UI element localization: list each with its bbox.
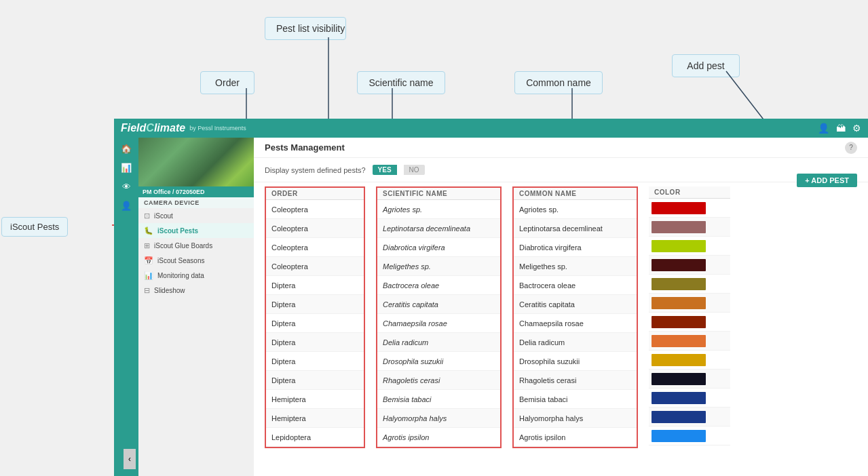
scientific-column: SCIENTIFIC NAME Agriotes sp.Leptinotarsa… — [376, 186, 502, 448]
common-cell: Leptinotarsa decemlineat — [514, 219, 637, 238]
help-icon[interactable]: ? — [845, 142, 857, 154]
color-swatch — [652, 392, 706, 404]
scroll-left-btn[interactable]: ‹ — [124, 449, 136, 469]
settings-icon[interactable]: ⚙ — [852, 123, 861, 134]
order-cell: Coleoptera — [266, 200, 364, 219]
order-cell: Hemiptera — [266, 390, 364, 409]
common-cell: Agriotes sp. — [514, 200, 637, 219]
order-cell: Diptera — [266, 276, 364, 295]
order-header: ORDER — [266, 188, 364, 200]
sidebar-eye-icon[interactable]: 👁 — [117, 178, 136, 195]
color-cell — [649, 427, 730, 445]
nav-iscout[interactable]: ⊡ iScout — [138, 208, 254, 223]
order-cell: Diptera — [266, 352, 364, 371]
scientific-cell: Rhagoletis cerasi — [377, 371, 500, 390]
order-cell: Hemiptera — [266, 409, 364, 428]
common-name-tooltip: Common name — [514, 71, 603, 94]
iscout-pests-label: iScout Pests — [1, 217, 68, 237]
iscout-pests-nav-icon: 🐛 — [144, 226, 153, 235]
nav-menu: ⊡ iScout 🐛 iScout Pests ⊞ iScout Glue Bo… — [138, 208, 254, 298]
common-column: COMMON NAME Agriotes sp.Leptinotarsa dec… — [512, 186, 638, 448]
color-swatch — [652, 335, 706, 347]
add-pest-button[interactable]: + ADD PEST — [797, 174, 857, 187]
common-cell: Meligethes sp. — [514, 257, 637, 276]
nav-iscout-seasons[interactable]: 📅 iScout Seasons — [138, 253, 254, 268]
order-cell: Diptera — [266, 333, 364, 352]
common-cell: Rhagoletis cerasi — [514, 371, 637, 390]
color-swatch — [652, 354, 706, 366]
color-swatch — [652, 202, 706, 214]
pm-office-label: PM Office / 072050ED — [138, 186, 254, 197]
color-swatch — [652, 259, 706, 271]
color-swatch — [652, 373, 706, 385]
sidebar-home-icon[interactable]: 🏠 — [117, 140, 136, 157]
color-column: COLOR — [649, 186, 730, 445]
order-column: ORDER ColeopteraColeopteraColeopteraCole… — [265, 186, 365, 448]
scientific-header: SCIENTIFIC NAME — [377, 188, 500, 200]
color-cell — [649, 237, 730, 256]
common-cell: Drosophila suzukii — [514, 352, 637, 371]
iscout-icon: ⊡ — [144, 212, 150, 220]
content-header: Pests Management ? — [254, 138, 868, 158]
app-logo-area: 20211111 b9279ca8 / Tomato FieldClimate … — [121, 122, 246, 134]
nav-monitoring[interactable]: 📊 Monitoring data — [138, 268, 254, 283]
scientific-cell: Chamaepsila rosae — [377, 314, 500, 333]
color-swatch — [652, 316, 706, 328]
toggle-no-btn[interactable]: NO — [404, 165, 425, 175]
scientific-cell: Meligethes sp. — [377, 257, 500, 276]
sidebar-person-icon[interactable]: 👤 — [117, 197, 136, 214]
display-label: Display system defined pests? — [265, 166, 366, 174]
app-header: 20211111 b9279ca8 / Tomato FieldClimate … — [114, 119, 868, 138]
seasons-icon: 📅 — [144, 256, 153, 265]
order-cell: Coleoptera — [266, 238, 364, 257]
user-icon[interactable]: 👤 — [818, 123, 829, 134]
color-cell — [649, 294, 730, 313]
sidebar: 🏠 📊 👁 👤 — [114, 138, 138, 476]
color-swatch — [652, 297, 706, 309]
scientific-cell: Ceratitis capitata — [377, 295, 500, 314]
scientific-cell: Agrotis ipsilon — [377, 428, 500, 447]
sidebar-chart-icon[interactable]: 📊 — [117, 159, 136, 176]
order-cell: Lepidoptera — [266, 428, 364, 447]
scientific-cell: Halyomorpha halys — [377, 409, 500, 428]
order-cell: Diptera — [266, 371, 364, 390]
field-image — [138, 138, 254, 192]
scientific-cell: Drosophila suzukii — [377, 352, 500, 371]
common-cell: Delia radicum — [514, 333, 637, 352]
nav-iscout-glue[interactable]: ⊞ iScout Glue Boards — [138, 238, 254, 253]
header-icons: 👤 🏔 ⚙ — [818, 123, 861, 134]
scientific-cell: Delia radicum — [377, 333, 500, 352]
nav-slideshow[interactable]: ⊟ Slideshow — [138, 283, 254, 298]
common-cell: Bemisia tabaci — [514, 390, 637, 409]
order-cell: Coleoptera — [266, 219, 364, 238]
common-cell: Halyomorpha halys — [514, 409, 637, 428]
common-cell: Diabrotica virgifera — [514, 238, 637, 257]
scientific-cell: Diabrotica virgifera — [377, 238, 500, 257]
pest-list-visibility-tooltip: Pest list visibility — [265, 17, 346, 40]
scientific-cell: Agriotes sp. — [377, 200, 500, 219]
common-cell: Bactrocera oleae — [514, 276, 637, 295]
glue-boards-icon: ⊞ — [144, 241, 150, 250]
slideshow-icon: ⊟ — [144, 286, 150, 295]
common-cell: Agrotis ipsilon — [514, 428, 637, 447]
color-cell — [649, 218, 730, 237]
scientific-cell: Bactrocera oleae — [377, 276, 500, 295]
color-header: COLOR — [649, 186, 730, 199]
app-subtitle: by Pessl Instruments — [189, 125, 246, 132]
color-swatch — [652, 240, 706, 252]
toggle-yes-btn[interactable]: YES — [373, 165, 397, 175]
color-swatch — [652, 411, 706, 423]
color-cell — [649, 199, 730, 218]
color-cell — [649, 408, 730, 427]
color-cell — [649, 275, 730, 294]
common-cell: Chamaepsila rosae — [514, 314, 637, 333]
scientific-cell: Bemisia tabaci — [377, 390, 500, 409]
color-cell — [649, 351, 730, 370]
order-tooltip: Order — [200, 71, 254, 94]
camera-device-label: CAMERA DEVICE — [138, 197, 254, 208]
order-cell: Diptera — [266, 314, 364, 333]
common-cell: Ceratitis capitata — [514, 295, 637, 314]
nav-iscout-pests[interactable]: 🐛 iScout Pests — [138, 223, 254, 238]
order-cell: Diptera — [266, 295, 364, 314]
station-icon[interactable]: 🏔 — [836, 123, 846, 134]
